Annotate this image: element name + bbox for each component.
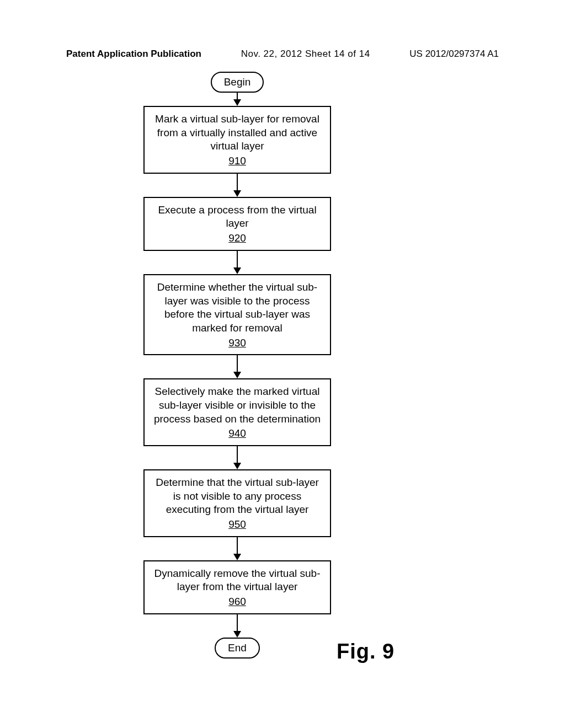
step-text: Mark a virtual sub-layer for removal fro…	[155, 113, 319, 152]
step-ref: 920	[228, 232, 246, 245]
header-date-sheet: Nov. 22, 2012 Sheet 14 of 14	[241, 49, 370, 60]
step-text: Selectively make the marked virtual sub-…	[154, 386, 321, 424]
step-text: Determine that the virtual sub-layer is …	[156, 477, 319, 515]
flowchart: Begin Mark a virtual sub-layer for remov…	[143, 72, 331, 659]
step-ref: 940	[228, 427, 246, 441]
header-publication-type: Patent Application Publication	[66, 49, 201, 60]
arrow-icon	[233, 446, 241, 469]
step-ref: 930	[228, 336, 246, 350]
step-text: Execute a process from the virtual layer	[158, 204, 316, 229]
step-960: Dynamically remove the virtual sub-layer…	[143, 560, 331, 614]
figure-label: Fig. 9	[337, 640, 395, 663]
header-publication-number: US 2012/0297374 A1	[409, 49, 499, 60]
step-ref: 950	[228, 518, 246, 532]
terminator-begin-label: Begin	[224, 76, 251, 88]
page-header: Patent Application Publication Nov. 22, …	[0, 49, 565, 60]
step-ref: 910	[228, 154, 246, 168]
terminator-end: End	[215, 638, 260, 659]
terminator-begin: Begin	[211, 72, 264, 93]
arrow-icon	[233, 251, 241, 274]
step-930: Determine whether the virtual sub-layer …	[143, 274, 331, 355]
arrow-icon	[233, 93, 241, 106]
step-910: Mark a virtual sub-layer for removal fro…	[143, 106, 331, 174]
step-text: Dynamically remove the virtual sub-layer…	[154, 568, 321, 593]
terminator-end-label: End	[228, 642, 247, 654]
arrow-icon	[233, 174, 241, 197]
step-950: Determine that the virtual sub-layer is …	[143, 469, 331, 537]
step-920: Execute a process from the virtual layer…	[143, 197, 331, 251]
arrow-icon	[233, 614, 241, 638]
arrow-icon	[233, 355, 241, 378]
step-text: Determine whether the virtual sub-layer …	[157, 281, 317, 334]
step-ref: 960	[228, 595, 246, 609]
step-940: Selectively make the marked virtual sub-…	[143, 378, 331, 446]
arrow-icon	[233, 537, 241, 560]
